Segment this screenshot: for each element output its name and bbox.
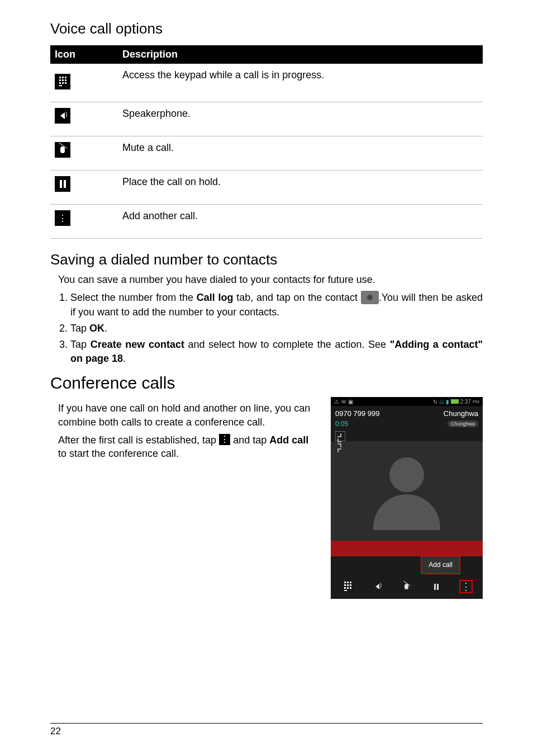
mute-icon	[55, 142, 70, 158]
voice-call-options-table: Icon Description Access the keypad	[50, 45, 483, 239]
speaker-icon	[55, 108, 70, 124]
status-time: 2:37	[460, 399, 471, 405]
wifi-icon: ⧋	[439, 398, 444, 405]
table-row: Add another call.	[50, 205, 483, 239]
list-item: Select the number from the Call log tab,…	[70, 291, 483, 319]
sync-icon: ↻	[433, 399, 437, 405]
mail-icon: ✉	[341, 399, 346, 405]
contact-icon	[361, 291, 379, 304]
overflow-menu-icon	[219, 434, 230, 445]
row-desc: Place the call on hold.	[118, 171, 483, 205]
text: and select how to complete the action. S…	[184, 339, 390, 350]
call-operator: Chunghwa	[444, 409, 478, 418]
contact-avatar-area	[331, 441, 483, 541]
merge-calls-icon[interactable]	[335, 431, 345, 441]
saving-steps: Select the number from the Call log tab,…	[58, 291, 483, 366]
keypad-icon[interactable]	[341, 580, 354, 593]
row-desc: Speakerphone.	[118, 102, 483, 136]
warning-icon: ⚠	[334, 399, 339, 405]
status-ampm: PM	[473, 399, 479, 404]
row-desc: Add another call.	[118, 205, 483, 239]
th-description: Description	[118, 45, 483, 64]
bold-create-new-contact: Create new contact	[91, 339, 184, 350]
bold-call-log: Call log	[197, 292, 234, 303]
status-bar: ⚠ ✉ ▣ ↻ ⧋ ▮ 2:37 PM	[331, 397, 483, 406]
heading-conference-calls: Conference calls	[50, 374, 483, 393]
list-item: Tap OK.	[70, 322, 483, 336]
picture-icon: ▣	[348, 399, 353, 405]
row-desc: Access the keypad while a call is in pro…	[118, 64, 483, 102]
page-number: 22	[50, 726, 61, 736]
mute-icon[interactable]	[400, 580, 413, 593]
call-header: 0970 799 999 Chunghwa	[331, 406, 483, 419]
list-item: Tap Create new contact and select how to…	[70, 338, 483, 366]
hold-icon[interactable]	[430, 580, 443, 593]
table-row: Place the call on hold.	[50, 171, 483, 205]
table-row: Speakerphone.	[50, 102, 483, 136]
avatar-placeholder-icon	[373, 452, 440, 530]
call-timer: 0:05	[335, 420, 348, 428]
end-call-bar[interactable]	[331, 541, 483, 556]
bold-ok: OK	[89, 323, 104, 334]
heading-voice-call-options: Voice call options	[50, 20, 483, 37]
page-footer: 22	[50, 723, 483, 737]
text: and tap	[230, 434, 269, 446]
call-subrow: 0:05 Chunghwa	[331, 419, 483, 431]
add-call-popup[interactable]: Add call	[421, 555, 460, 574]
conference-p2: After the first call is established, tap…	[58, 433, 317, 461]
th-icon: Icon	[50, 45, 118, 64]
keypad-icon	[55, 74, 70, 89]
text: tab, and tap on the contact	[233, 292, 360, 303]
battery-icon	[451, 399, 459, 404]
call-number: 0970 799 999	[335, 409, 380, 418]
phone-screenshot: ⚠ ✉ ▣ ↻ ⧋ ▮ 2:37 PM 0970 799 999 Chunghw…	[331, 397, 483, 599]
hold-icon	[55, 176, 70, 192]
heading-saving-dialed: Saving a dialed number to contacts	[50, 251, 483, 268]
signal-icon: ▮	[446, 399, 449, 405]
text: .	[104, 323, 107, 334]
in-call-toolbar	[331, 574, 483, 599]
table-row: Mute a call.	[50, 136, 483, 171]
text: to start the conference call.	[58, 448, 179, 459]
row-desc: Mute a call.	[118, 136, 483, 171]
overflow-menu-icon[interactable]	[459, 580, 473, 593]
saving-intro: You can save a number you have dialed to…	[58, 273, 483, 286]
text: Tap	[70, 323, 89, 334]
operator-badge: Chunghwa	[448, 420, 478, 427]
add-call-icon	[55, 210, 70, 226]
conference-p1: If you have one call on hold and another…	[58, 401, 317, 429]
text: Select the number from the	[70, 292, 197, 303]
bold-add-call: Add call	[269, 434, 308, 446]
table-row: Access the keypad while a call is in pro…	[50, 64, 483, 102]
text: .	[123, 353, 126, 364]
text: Tap	[70, 339, 91, 350]
text: After the first call is established, tap	[58, 434, 219, 446]
speaker-icon[interactable]	[370, 580, 384, 593]
